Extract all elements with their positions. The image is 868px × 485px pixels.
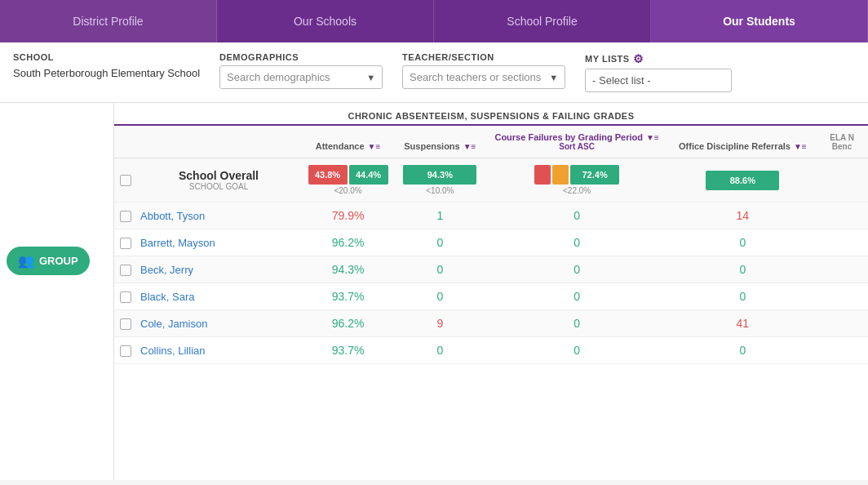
overall-goal: SCHOOL GOAL (142, 182, 295, 191)
student-office-val: 0 (739, 236, 746, 249)
school-filter-group: SCHOOL South Peterborough Elementary Sch… (13, 52, 200, 81)
student-attendance-val: 93.7% (332, 290, 365, 303)
students-table: Attendance ▼≡ Suspensions ▼≡ Course Fail… (114, 126, 868, 364)
student-cf-val: 0 (574, 317, 580, 330)
student-suspensions-cell: 9 (396, 310, 485, 337)
table-row: Abbott, Tyson 79.9% 1 0 14 (114, 202, 868, 229)
teacher-label: TEACHER/SECTION (402, 52, 565, 62)
teacher-placeholder: Search teachers or sections (410, 71, 541, 83)
sidebar: 👥 GROUP (0, 103, 114, 480)
student-course-failures-cell: 0 (485, 229, 670, 256)
overall-cf-below: <22.0% (489, 186, 665, 195)
student-name-cell[interactable]: Cole, Jamison (137, 310, 300, 337)
student-office-val: 0 (739, 263, 746, 276)
student-checkbox-5[interactable] (120, 345, 131, 357)
group-button[interactable]: 👥 GROUP (7, 247, 90, 275)
student-attendance-val: 79.9% (332, 209, 365, 222)
student-checkbox-cell (114, 202, 137, 229)
student-office-val: 0 (739, 344, 746, 357)
main-content: 👥 GROUP CHRONIC ABSENTEEISM, SUSPENSIONS… (0, 103, 868, 480)
student-suspensions-val: 0 (436, 236, 443, 249)
student-office-cell: 0 (670, 256, 817, 283)
mylists-filter-group: MY LISTS ⚙ - Select list - (585, 52, 732, 92)
student-name-cell[interactable]: Barrett, Mayson (137, 229, 300, 256)
col-suspensions: Suspensions ▼≡ (396, 126, 485, 158)
student-office-cell: 0 (670, 337, 817, 364)
nav-item-our-students[interactable]: Our Students (651, 0, 868, 42)
office-discipline-filter-icon[interactable]: ▼≡ (794, 142, 807, 151)
student-name-cell[interactable]: Black, Sara (137, 283, 300, 310)
filters-bar: SCHOOL South Peterborough Elementary Sch… (0, 42, 868, 103)
student-course-failures-cell: 0 (485, 202, 670, 229)
student-suspensions-val: 9 (436, 317, 443, 330)
student-attendance-cell: 96.2% (300, 310, 396, 337)
attendance-filter-icon[interactable]: ▼≡ (368, 142, 381, 151)
student-attendance-val: 94.3% (332, 263, 365, 276)
student-ela-cell (816, 337, 868, 364)
table-row: Black, Sara 93.7% 0 0 0 (114, 283, 868, 310)
student-checkbox-cell (114, 337, 137, 364)
student-cf-val: 0 (574, 209, 580, 222)
student-checkbox-1[interactable] (120, 238, 131, 249)
teacher-arrow-icon: ▼ (549, 73, 558, 82)
table-area: CHRONIC ABSENTEEISM, SUSPENSIONS & FAILI… (114, 103, 868, 480)
student-attendance-val: 96.2% (332, 236, 365, 249)
overall-attendance-bars: 43.8% 44.4% (305, 165, 391, 185)
student-name-cell[interactable]: Abbott, Tyson (137, 202, 300, 229)
student-suspensions-cell: 0 (396, 283, 485, 310)
group-button-label: GROUP (39, 255, 78, 267)
student-office-cell: 0 (670, 283, 817, 310)
overall-att-bar1: 43.8% (308, 165, 348, 185)
sort-asc-label[interactable]: Sort ASC (489, 142, 665, 151)
student-ela-cell (816, 202, 868, 229)
student-attendance-cell: 96.2% (300, 229, 396, 256)
table-row: Beck, Jerry 94.3% 0 0 0 (114, 256, 868, 283)
student-cf-val: 0 (574, 344, 580, 357)
student-suspensions-cell: 1 (396, 202, 485, 229)
overall-name: School Overall (142, 169, 295, 182)
nav-item-school-profile[interactable]: School Profile (434, 0, 651, 42)
overall-office-bar: 88.6% (706, 171, 779, 190)
overall-att-bar2: 44.4% (349, 165, 388, 185)
col-name (137, 126, 300, 158)
overall-office-cell: 88.6% (670, 158, 817, 202)
student-ela-cell (816, 283, 868, 310)
gear-icon[interactable]: ⚙ (633, 52, 644, 65)
student-attendance-cell: 94.3% (300, 256, 396, 283)
student-course-failures-cell: 0 (485, 283, 670, 310)
section-header: CHRONIC ABSENTEEISM, SUSPENSIONS & FAILI… (114, 103, 868, 126)
overall-cf-bar2 (552, 165, 569, 185)
demographics-select[interactable]: Search demographics ▼ (219, 65, 383, 89)
student-suspensions-cell: 0 (396, 229, 485, 256)
student-checkbox-2[interactable] (120, 265, 131, 276)
student-checkbox-0[interactable] (120, 211, 131, 222)
teacher-select[interactable]: Search teachers or sections ▼ (402, 65, 565, 89)
student-checkbox-cell (114, 229, 137, 256)
student-name-cell[interactable]: Collins, Lillian (137, 337, 300, 364)
col-ela: ELA N Benc (816, 126, 868, 158)
student-ela-cell (816, 229, 868, 256)
student-checkbox-cell (114, 283, 137, 310)
student-office-val: 0 (739, 290, 746, 303)
student-office-val: 41 (737, 317, 750, 330)
student-checkbox-4[interactable] (120, 318, 131, 330)
student-name-cell[interactable]: Beck, Jerry (137, 256, 300, 283)
student-suspensions-val: 1 (436, 209, 443, 222)
school-label: SCHOOL (13, 52, 200, 62)
student-attendance-cell: 93.7% (300, 337, 396, 364)
mylists-select[interactable]: - Select list - (585, 69, 732, 92)
overall-course-failures-cell: 72.4% <22.0% (485, 158, 670, 202)
student-office-cell: 41 (670, 310, 817, 337)
student-checkbox-3[interactable] (120, 291, 131, 303)
main-nav: District ProfileOur SchoolsSchool Profil… (0, 0, 868, 42)
overall-attendance-cell: 43.8% 44.4% <20.0% (300, 158, 396, 202)
mylists-label-row: MY LISTS ⚙ (585, 52, 732, 65)
student-cf-val: 0 (574, 263, 580, 276)
overall-checkbox[interactable] (120, 175, 131, 186)
suspensions-filter-icon[interactable]: ▼≡ (463, 142, 476, 151)
course-failures-filter-icon[interactable]: ▼≡ (646, 133, 659, 142)
student-checkbox-cell (114, 310, 137, 337)
nav-item-district-profile[interactable]: District Profile (0, 0, 217, 42)
nav-item-our-schools[interactable]: Our Schools (217, 0, 434, 42)
student-office-cell: 14 (670, 202, 817, 229)
